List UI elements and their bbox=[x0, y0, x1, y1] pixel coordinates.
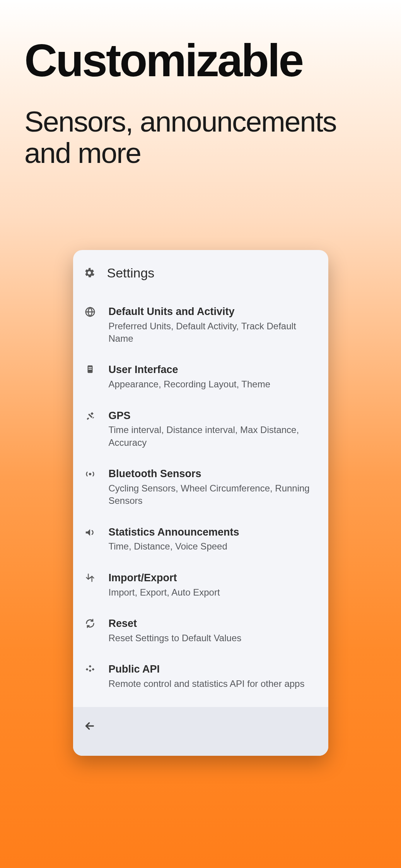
item-title: User Interface bbox=[109, 363, 318, 377]
settings-item-api[interactable]: Public API Remote control and statistics… bbox=[73, 654, 328, 699]
bottom-bar bbox=[73, 707, 328, 756]
refresh-icon bbox=[83, 617, 97, 629]
settings-list: Default Units and Activity Preferred Uni… bbox=[73, 291, 328, 707]
item-title: Bluetooth Sensors bbox=[109, 467, 318, 481]
item-subtitle: Appearance, Recording Layout, Theme bbox=[109, 378, 318, 390]
svg-rect-3 bbox=[88, 369, 92, 370]
settings-item-units[interactable]: Default Units and Activity Preferred Uni… bbox=[73, 296, 328, 354]
item-title: Default Units and Activity bbox=[109, 305, 318, 318]
globe-icon bbox=[83, 305, 97, 318]
settings-item-import-export[interactable]: Import/Export Import, Export, Auto Expor… bbox=[73, 562, 328, 608]
item-title: Reset bbox=[109, 617, 318, 630]
hero-subtitle: Sensors, announcements and more bbox=[24, 106, 377, 169]
item-subtitle: Reset Settings to Default Values bbox=[109, 632, 318, 644]
settings-item-ui[interactable]: User Interface Appearance, Recording Lay… bbox=[73, 354, 328, 400]
hero-title: Customizable bbox=[24, 37, 377, 85]
api-icon bbox=[83, 663, 97, 675]
item-subtitle: Import, Export, Auto Export bbox=[109, 586, 318, 599]
svg-point-4 bbox=[89, 473, 91, 475]
settings-title: Settings bbox=[107, 265, 155, 281]
back-button[interactable] bbox=[83, 719, 96, 733]
item-subtitle: Time, Distance, Voice Speed bbox=[109, 540, 318, 553]
item-title: Statistics Announcements bbox=[109, 526, 318, 539]
item-title: Import/Export bbox=[109, 572, 318, 585]
settings-item-reset[interactable]: Reset Reset Settings to Default Values bbox=[73, 608, 328, 654]
volume-icon bbox=[83, 526, 97, 538]
settings-item-announcements[interactable]: Statistics Announcements Time, Distance,… bbox=[73, 517, 328, 562]
settings-item-bluetooth[interactable]: Bluetooth Sensors Cycling Sensors, Wheel… bbox=[73, 458, 328, 517]
item-subtitle: Remote control and statistics API for ot… bbox=[109, 678, 318, 690]
item-subtitle: Time interval, Distance interval, Max Di… bbox=[109, 424, 318, 449]
settings-screen: Settings Default Units and Activity Pref… bbox=[73, 250, 328, 756]
svg-rect-2 bbox=[88, 367, 92, 368]
layout-icon bbox=[83, 363, 97, 374]
gear-icon bbox=[83, 267, 96, 279]
import-export-icon bbox=[83, 572, 97, 583]
sensor-icon bbox=[83, 467, 97, 480]
satellite-icon bbox=[83, 409, 97, 422]
item-title: Public API bbox=[109, 663, 318, 676]
item-subtitle: Cycling Sensors, Wheel Circumference, Ru… bbox=[109, 482, 318, 507]
settings-item-gps[interactable]: GPS Time interval, Distance interval, Ma… bbox=[73, 400, 328, 459]
item-subtitle: Preferred Units, Default Activity, Track… bbox=[109, 320, 318, 345]
item-title: GPS bbox=[109, 409, 318, 423]
settings-header: Settings bbox=[73, 250, 328, 291]
